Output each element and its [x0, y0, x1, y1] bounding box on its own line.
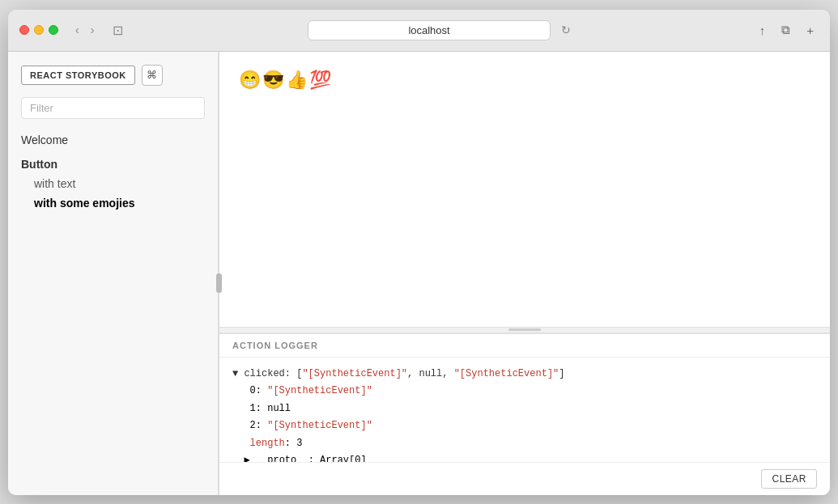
sidebar-item-with-text[interactable]: with text: [21, 174, 205, 193]
nav-section: Welcome Button with text with some emoji…: [8, 129, 218, 213]
close-button[interactable]: [19, 25, 29, 35]
storybook-header: REACT STORYBOOK ⌘: [8, 65, 218, 97]
log-string-0: "[SyntheticEvent]": [302, 368, 407, 379]
nav-welcome-item[interactable]: Welcome: [21, 129, 205, 151]
preview-area: 😁😎👍💯: [219, 52, 830, 327]
log-line-proto: ▶ __proto__: Array[0]: [232, 452, 817, 461]
log-line-0: 0: "[SyntheticEvent]": [232, 383, 817, 400]
log-item-2-value: "[SyntheticEvent]": [267, 420, 372, 431]
resize-handle[interactable]: [219, 327, 830, 333]
minimize-button[interactable]: [34, 25, 44, 35]
browser-actions: ↑ ⧉ +: [755, 20, 819, 40]
back-button[interactable]: ‹: [71, 22, 83, 38]
right-panel: 😁😎👍💯 ACTION LOGGER ▼ clicked: ["[Synthet…: [219, 52, 830, 495]
log-line-2: 2: "[SyntheticEvent]": [232, 417, 817, 435]
action-logger: ACTION LOGGER ▼ clicked: ["[SyntheticEve…: [219, 333, 830, 495]
refresh-button[interactable]: ↻: [557, 22, 575, 38]
sidebar-divider[interactable]: [219, 52, 219, 495]
browser-window: ‹ › ⊡ localhost ↻ ↑ ⧉ + REACT STORYBOOK …: [8, 10, 830, 495]
main-content: REACT STORYBOOK ⌘ Welcome Button with te…: [8, 52, 830, 495]
log-string-2: "[SyntheticEvent]": [454, 368, 559, 379]
sidebar-toggle-button[interactable]: ⊡: [108, 21, 128, 40]
log-line-1: 1: null: [232, 400, 817, 418]
action-logger-content: ▼ clicked: ["[SyntheticEvent]", null, "[…: [219, 358, 830, 462]
sidebar-item-with-emojies[interactable]: with some emojies: [21, 193, 205, 213]
nav-group-title: Button: [21, 151, 205, 174]
log-line-expand: ▼ clicked: ["[SyntheticEvent]", null, "[…: [232, 366, 817, 383]
resize-handle-bar: [508, 328, 541, 331]
address-bar-wrap: localhost ↻: [138, 20, 744, 40]
add-tab-button[interactable]: +: [802, 21, 819, 40]
address-bar[interactable]: localhost: [308, 20, 551, 40]
maximize-button[interactable]: [49, 25, 58, 35]
title-bar: ‹ › ⊡ localhost ↻ ↑ ⧉ +: [8, 10, 830, 52]
duplicate-button[interactable]: ⧉: [776, 20, 795, 40]
share-button[interactable]: ↑: [755, 21, 771, 40]
emoji-button[interactable]: 😁😎👍💯: [239, 71, 333, 89]
sidebar: REACT STORYBOOK ⌘ Welcome Button with te…: [8, 52, 219, 495]
traffic-lights: [19, 25, 58, 35]
log-length-label: length: [250, 438, 285, 449]
action-logger-footer: CLEAR: [219, 462, 830, 495]
action-logger-header: ACTION LOGGER: [219, 334, 830, 358]
forward-button[interactable]: ›: [87, 22, 99, 38]
filter-input[interactable]: [21, 97, 205, 119]
storybook-button[interactable]: REACT STORYBOOK: [21, 66, 135, 85]
log-item-0-value: "[SyntheticEvent]": [267, 385, 372, 396]
clear-button[interactable]: CLEAR: [761, 469, 817, 489]
log-line-length: length: 3: [232, 435, 817, 453]
nav-buttons: ‹ ›: [71, 22, 98, 38]
keyboard-shortcut-icon: ⌘: [142, 65, 163, 86]
